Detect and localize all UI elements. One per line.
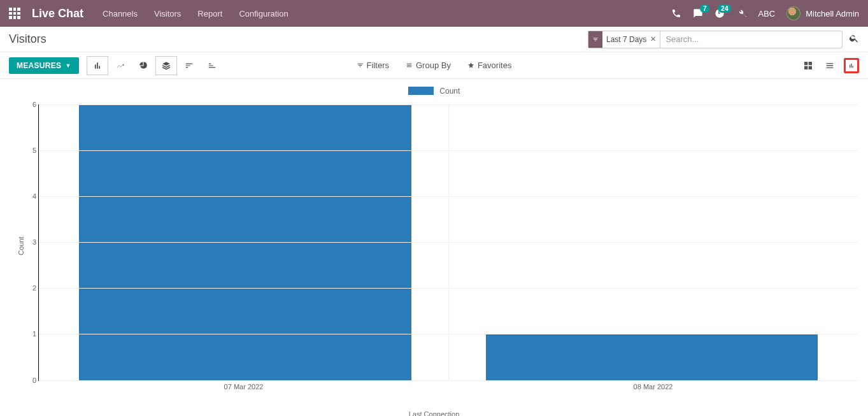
- line-chart-button[interactable]: [110, 56, 131, 75]
- app-brand[interactable]: Live Chat: [32, 7, 83, 20]
- plot-area: Count 012345607 Mar 202208 Mar 2022: [27, 99, 858, 392]
- groupby-label: Group By: [416, 61, 451, 70]
- breadcrumb-row: Visitors Last 7 Days ✕: [0, 27, 868, 52]
- favorites-dropdown[interactable]: Favorites: [467, 61, 511, 70]
- nav-menu-visitors[interactable]: Visitors: [154, 9, 181, 18]
- activities-badge: 24: [718, 4, 731, 13]
- pie-chart-button[interactable]: [132, 56, 154, 75]
- nav-menu: Channels Visitors Report Configuration: [103, 9, 288, 18]
- kanban-view-button[interactable]: [800, 58, 816, 73]
- gridline: [39, 288, 858, 289]
- measures-button[interactable]: MEASURES ▼: [9, 57, 79, 74]
- favorites-label: Favorites: [478, 61, 511, 70]
- user-menu[interactable]: Mitchell Admin: [786, 6, 859, 20]
- legend-swatch: [408, 87, 434, 95]
- tools-icon[interactable]: [736, 8, 746, 18]
- chart-bar[interactable]: [486, 334, 818, 380]
- search-facet: Last 7 Days ✕: [588, 31, 660, 48]
- nav-menu-report[interactable]: Report: [197, 9, 222, 18]
- user-name: Mitchell Admin: [806, 9, 859, 18]
- nav-menu-configuration[interactable]: Configuration: [239, 9, 288, 18]
- chart-container: Count Count 012345607 Mar 202208 Mar 202…: [0, 79, 868, 416]
- stacked-button[interactable]: [155, 56, 177, 75]
- chart-toolbar: [87, 56, 224, 75]
- view-switcher: [800, 58, 859, 73]
- facet-label: Last 7 Days: [602, 35, 650, 44]
- gridline: [39, 334, 858, 334]
- legend-label: Count: [439, 87, 460, 96]
- filters-label: Filters: [367, 61, 389, 70]
- top-navbar: Live Chat Channels Visitors Report Confi…: [0, 0, 868, 27]
- search-input[interactable]: [660, 31, 838, 48]
- phone-icon[interactable]: [671, 8, 681, 18]
- y-tick: 0: [32, 377, 36, 384]
- facet-remove[interactable]: ✕: [650, 35, 660, 43]
- gridline: [39, 242, 858, 243]
- y-tick: 5: [32, 147, 36, 154]
- y-tick: 6: [32, 101, 36, 108]
- measures-label: MEASURES: [17, 61, 61, 70]
- chevron-down-icon: ▼: [65, 62, 71, 69]
- x-axis-title: Last Connection: [6, 410, 862, 416]
- sort-asc-button[interactable]: [201, 56, 223, 75]
- center-controls: Filters Group By Favorites: [357, 61, 512, 70]
- messages-badge: 7: [700, 4, 710, 13]
- groupby-dropdown[interactable]: Group By: [406, 61, 451, 70]
- search-icon[interactable]: [849, 33, 859, 45]
- navbar-right: 7 24 ABC Mitchell Admin: [671, 6, 859, 20]
- y-tick: 3: [32, 238, 36, 246]
- gridline: [39, 150, 858, 151]
- page-title: Visitors: [9, 32, 46, 46]
- nav-menu-channels[interactable]: Channels: [103, 9, 138, 18]
- graph-view-button[interactable]: [844, 58, 859, 73]
- y-tick: 4: [32, 192, 36, 200]
- sort-desc-button[interactable]: [178, 56, 200, 75]
- apps-icon[interactable]: [9, 8, 20, 19]
- y-tick: 2: [32, 284, 36, 292]
- y-tick: 1: [32, 330, 36, 338]
- x-tick: 08 Mar 2022: [634, 383, 673, 391]
- y-axis-title: Count: [17, 236, 25, 255]
- company-switcher[interactable]: ABC: [758, 9, 775, 18]
- list-view-button[interactable]: [822, 58, 837, 73]
- chart-legend: Count: [6, 85, 862, 96]
- filter-icon: [588, 31, 602, 48]
- gridline: [39, 380, 858, 381]
- gridline: [39, 196, 858, 197]
- activities-icon[interactable]: 24: [715, 8, 725, 18]
- filters-dropdown[interactable]: Filters: [357, 61, 389, 70]
- messages-icon[interactable]: 7: [693, 8, 703, 18]
- navbar-left: Live Chat Channels Visitors Report Confi…: [9, 7, 288, 20]
- controls-row: MEASURES ▼ Filters Group By: [0, 52, 868, 79]
- search-area[interactable]: Last 7 Days ✕: [588, 31, 843, 48]
- avatar: [786, 6, 800, 20]
- x-tick: 07 Mar 2022: [224, 383, 264, 391]
- bar-chart-button[interactable]: [87, 56, 108, 75]
- gridline: [39, 104, 858, 105]
